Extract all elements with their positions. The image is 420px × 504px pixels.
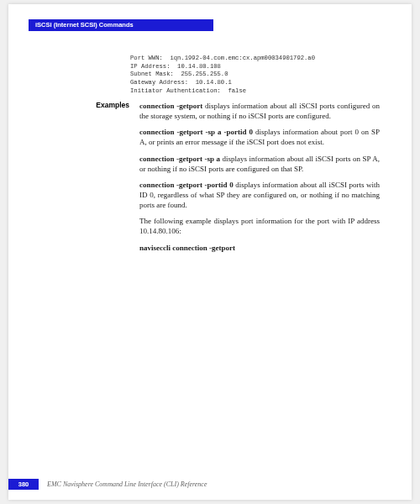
section-header: iSCSI (Internet SCSI) Commands xyxy=(29,19,213,31)
example-paragraph: connection -getport displays information… xyxy=(139,101,380,121)
command-text: connection -getport -sp a -portid 0 xyxy=(139,128,253,136)
content-area: Examples connection -getport displays in… xyxy=(86,101,380,265)
examples-body: connection -getport displays information… xyxy=(139,101,380,259)
command-text: connection -getport xyxy=(139,102,202,110)
example-paragraph: connection -getport -sp a displays infor… xyxy=(139,154,380,174)
examples-row: Examples connection -getport displays in… xyxy=(86,101,380,259)
example-paragraph: naviseccli connection -getport xyxy=(139,243,380,253)
examples-label: Examples xyxy=(86,101,139,259)
example-paragraph: connection -getport -portid 0 displays i… xyxy=(139,180,380,210)
example-paragraph: connection -getport -sp a -portid 0 disp… xyxy=(139,127,380,147)
command-text: naviseccli connection -getport xyxy=(139,244,235,252)
command-text: connection -getport -portid 0 xyxy=(139,181,234,189)
footer-title: EMC Navisphere Command Line Interface (C… xyxy=(47,480,207,488)
command-text: connection -getport -sp a xyxy=(139,155,220,163)
page-number: 380 xyxy=(8,479,39,490)
page: iSCSI (Internet SCSI) Commands Port WWN:… xyxy=(8,4,412,500)
code-output-block: Port WWN: iqn.1992-04.com.emc:cx.apm0003… xyxy=(130,55,315,96)
page-footer: 380 EMC Navisphere Command Line Interfac… xyxy=(8,479,412,490)
example-paragraph: The following example displays port info… xyxy=(139,216,380,236)
